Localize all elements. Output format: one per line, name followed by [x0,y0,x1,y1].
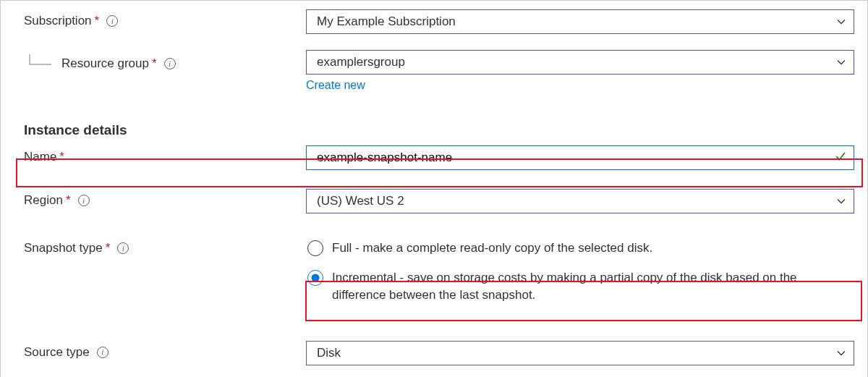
snapshot-type-incremental-label: Incremental - save on storage costs by m… [332,269,853,305]
info-icon[interactable]: i [97,347,109,358]
subscription-value: My Example Subscription [317,14,456,29]
required-asterisk: * [66,193,71,208]
info-icon[interactable]: i [78,195,90,206]
row-subscription: Subscription * i My Example Subscription [24,9,854,35]
resource-group-controls: examplersgroup Create new [306,50,854,92]
info-icon[interactable]: i [117,242,129,254]
snapshot-type-full[interactable]: Full - make a complete read-only copy of… [306,237,854,260]
label-snapshot-type-text: Snapshot type [24,241,103,255]
label-subscription-text: Subscription [24,14,92,28]
label-region: Region * i [24,189,306,208]
section-instance-details: Instance details [24,122,854,138]
label-name: Name * [24,145,306,164]
info-icon[interactable]: i [106,15,118,27]
snapshot-type-radios: Full - make a complete read-only copy of… [306,237,854,308]
create-new-link[interactable]: Create new [306,79,365,92]
region-value: (US) West US 2 [317,194,404,208]
source-type-dropdown[interactable]: Disk [306,341,854,365]
label-snapshot-type: Snapshot type * i [24,237,306,255]
name-input[interactable] [306,145,854,170]
required-asterisk: * [59,150,64,164]
label-source-type: Source type i [24,341,306,360]
snapshot-type-full-label: Full - make a complete read-only copy of… [332,240,652,258]
required-asterisk: * [95,14,100,28]
subscription-dropdown-wrap: My Example Subscription [306,9,854,34]
info-icon[interactable]: i [164,58,176,69]
row-source-type: Source type i Disk [24,341,854,367]
resource-group-value: examplersgroup [317,55,405,69]
source-type-value: Disk [317,346,341,360]
tree-elbow-icon [24,54,54,73]
region-dropdown-wrap: (US) West US 2 [306,189,854,213]
create-snapshot-form: Subscription * i My Example Subscription… [0,0,868,377]
source-type-dropdown-wrap: Disk [306,341,854,365]
resource-group-dropdown[interactable]: examplersgroup [306,50,854,75]
required-asterisk: * [152,56,157,71]
label-source-type-text: Source type [24,345,90,360]
snapshot-type-incremental[interactable]: Incremental - save on storage costs by m… [306,266,854,308]
row-resource-group: Resource group * i examplersgroup Create… [24,50,854,92]
label-name-text: Name [24,150,56,164]
label-subscription: Subscription * i [24,9,306,28]
label-resource-group: Resource group * i [24,50,306,73]
row-name: Name * [24,145,854,171]
required-asterisk: * [106,241,111,255]
chevron-down-icon [836,348,846,358]
chevron-down-icon [836,17,846,27]
region-dropdown[interactable]: (US) West US 2 [306,189,854,213]
subscription-dropdown[interactable]: My Example Subscription [306,9,854,34]
radio-icon-selected [307,270,323,286]
chevron-down-icon [836,196,846,206]
radio-icon [307,240,323,256]
label-resource-group-text: Resource group [61,56,149,71]
row-region: Region * i (US) West US 2 [24,189,854,215]
row-snapshot-type: Snapshot type * i Full - make a complete… [24,237,854,308]
label-region-text: Region [24,193,63,208]
chevron-down-icon [836,57,846,67]
name-input-wrap [306,145,854,170]
